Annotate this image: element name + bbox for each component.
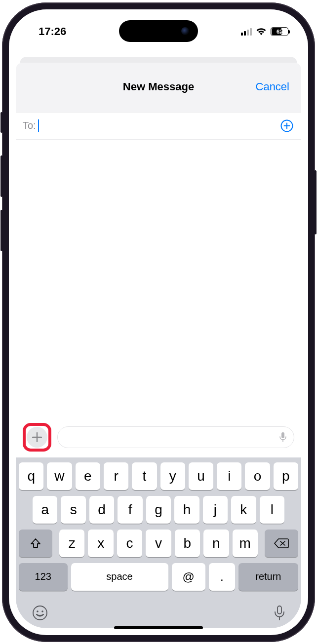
key-i[interactable]: i — [217, 462, 241, 490]
key-c[interactable]: c — [117, 530, 142, 557]
key-x[interactable]: x — [88, 530, 113, 557]
recipients-row[interactable]: To: — [16, 112, 301, 140]
cancel-button[interactable]: Cancel — [256, 80, 289, 93]
emoji-icon — [32, 605, 48, 621]
key-e[interactable]: e — [76, 462, 100, 490]
text-cursor — [38, 119, 39, 132]
wifi-icon — [256, 27, 267, 36]
home-indicator[interactable] — [114, 626, 203, 629]
key-g[interactable]: g — [146, 496, 171, 524]
key-n[interactable]: n — [203, 530, 229, 557]
key-t[interactable]: t — [132, 462, 157, 490]
backspace-icon — [274, 538, 289, 549]
keyboard-dictation-button[interactable] — [274, 605, 285, 623]
conversation-area — [16, 140, 301, 417]
return-key[interactable]: return — [238, 563, 298, 591]
battery-indicator: 62 — [271, 27, 288, 36]
svg-point-10 — [37, 610, 39, 612]
screen: 17:26 62 New Message Cancel — [9, 9, 308, 635]
volume-up-button — [0, 155, 3, 197]
svg-rect-12 — [277, 606, 281, 614]
front-camera — [181, 27, 189, 35]
shift-key[interactable] — [19, 530, 52, 557]
key-s[interactable]: s — [61, 496, 85, 524]
plus-circle-icon — [280, 119, 293, 132]
key-j[interactable]: j — [203, 496, 228, 524]
key-o[interactable]: o — [245, 462, 270, 490]
nav-header: New Message Cancel — [16, 63, 301, 112]
key-u[interactable]: u — [189, 462, 213, 490]
annotation-highlight — [23, 423, 51, 452]
key-l[interactable]: l — [260, 496, 284, 524]
key-a[interactable]: a — [33, 496, 57, 524]
key-k[interactable]: k — [231, 496, 256, 524]
add-contact-button[interactable] — [279, 118, 294, 133]
plus-icon — [32, 432, 42, 442]
space-key[interactable]: space — [71, 563, 168, 591]
compose-bar — [16, 417, 301, 457]
status-time: 17:26 — [39, 25, 66, 38]
key-h[interactable]: h — [174, 496, 199, 524]
keyboard: qwertyuiop asdfghjkl zxcvbnm — [16, 457, 301, 628]
emoji-button[interactable] — [32, 605, 48, 623]
battery-percent: 62 — [277, 29, 282, 35]
dictation-icon[interactable] — [279, 432, 287, 443]
key-d[interactable]: d — [89, 496, 114, 524]
to-label: To: — [23, 120, 36, 131]
side-button — [0, 112, 3, 133]
svg-point-9 — [33, 606, 47, 620]
key-r[interactable]: r — [104, 462, 128, 490]
recipients-input[interactable] — [41, 120, 277, 131]
volume-down-button — [0, 210, 3, 251]
key-m[interactable]: m — [233, 530, 258, 557]
new-message-sheet: New Message Cancel To: — [16, 63, 301, 628]
mic-icon — [274, 605, 285, 621]
key-p[interactable]: p — [274, 462, 298, 490]
key-b[interactable]: b — [175, 530, 200, 557]
period-key[interactable]: . — [209, 563, 235, 591]
key-v[interactable]: v — [146, 530, 171, 557]
shift-icon — [30, 537, 41, 549]
cellular-signal-icon — [241, 28, 252, 36]
key-y[interactable]: y — [160, 462, 185, 490]
page-title: New Message — [123, 80, 194, 93]
svg-rect-5 — [281, 432, 284, 438]
svg-point-11 — [41, 610, 43, 612]
dynamic-island — [119, 20, 198, 42]
key-z[interactable]: z — [59, 530, 84, 557]
iphone-frame: 17:26 62 New Message Cancel — [2, 2, 315, 642]
power-button — [314, 170, 317, 234]
key-w[interactable]: w — [47, 462, 72, 490]
key-f[interactable]: f — [118, 496, 142, 524]
apps-plus-button[interactable] — [27, 427, 47, 448]
at-key[interactable]: @ — [172, 563, 205, 591]
backspace-key[interactable] — [265, 530, 298, 557]
numbers-key[interactable]: 123 — [19, 563, 68, 591]
key-q[interactable]: q — [19, 462, 43, 490]
message-input[interactable] — [57, 426, 294, 448]
